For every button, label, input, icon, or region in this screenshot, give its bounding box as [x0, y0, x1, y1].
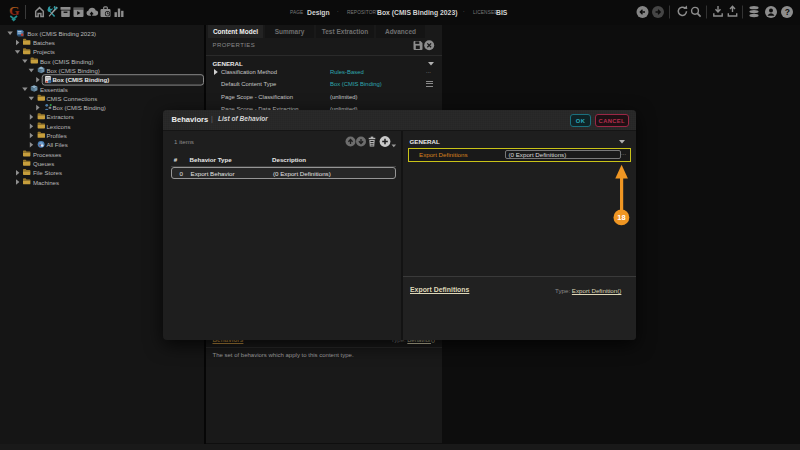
svg-text:Extractors: Extractors [46, 113, 73, 120]
svg-text:18: 18 [617, 213, 625, 222]
svg-text:?: ? [785, 6, 790, 16]
svg-text:Essentials: Essentials [40, 86, 68, 93]
svg-text:File Stores: File Stores [33, 169, 62, 176]
svg-text:Batches: Batches [33, 39, 55, 46]
svg-text:Box (CMIS Binding): Box (CMIS Binding) [40, 58, 94, 65]
svg-text:Box (CMIS Binding): Box (CMIS Binding) [52, 104, 106, 111]
svg-text:Box (CMIS Binding): Box (CMIS Binding) [46, 67, 100, 74]
svg-text:Box (CMIS Binding): Box (CMIS Binding) [52, 76, 109, 83]
svg-text:Queues: Queues [33, 160, 54, 167]
svg-text:Machines: Machines [33, 179, 59, 186]
svg-text:Box (CMIS Binding 2023): Box (CMIS Binding 2023) [27, 30, 96, 37]
svg-text:Lexicons: Lexicons [46, 123, 70, 130]
svg-text:CMIS Connections: CMIS Connections [46, 95, 97, 102]
svg-text:Profiles: Profiles [46, 132, 66, 139]
svg-text:Processes: Processes [33, 151, 61, 158]
svg-text:Projects: Projects [33, 48, 55, 55]
svg-text:All Files: All Files [46, 141, 67, 148]
